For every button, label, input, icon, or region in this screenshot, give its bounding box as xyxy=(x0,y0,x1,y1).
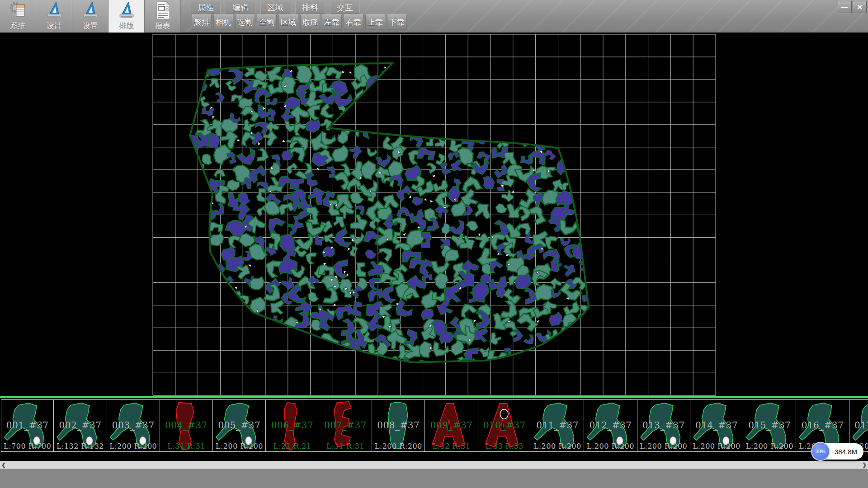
piece-count: L:200 R:200 xyxy=(690,442,743,450)
piece-cell-001_#37[interactable]: 001_#37L:700 R:700 xyxy=(1,399,54,452)
piece-count: L:200 R:200 xyxy=(372,442,425,450)
piece-cell-013_#37[interactable]: 013_#37L:200 R:200 xyxy=(637,399,690,452)
piece-label: 009_#37 xyxy=(425,420,477,431)
menu-tab-5[interactable]: 交互 xyxy=(330,1,360,14)
menu-tab-3[interactable]: 区域 xyxy=(260,1,290,14)
nav-button-2[interactable]: 设计 xyxy=(36,0,72,33)
memory-value: 384.8M xyxy=(835,448,857,455)
nesting-app-window: 系统设计设置排版报表 属性编辑区域排料交互 聚排相机选割全割区域瑕疵左靠右靠上靠… xyxy=(0,0,868,488)
piece-count: L:200 R:200 xyxy=(107,442,160,450)
piece-count: L:31 R:31 xyxy=(160,442,212,450)
memory-badge: 38% 384.8M xyxy=(814,443,863,460)
nav-label: 报表 xyxy=(155,21,170,31)
close-button[interactable]: ✕ xyxy=(853,1,867,13)
piece-label: 006_#37 xyxy=(266,420,318,431)
nav-label: 设计 xyxy=(47,21,62,31)
piece-label: 014_#37 xyxy=(690,420,743,431)
gear-table-icon xyxy=(8,0,28,20)
nav-button-5[interactable]: 报表 xyxy=(145,0,181,33)
piece-cell-002_#37[interactable]: 002_#37L:132 R:132 xyxy=(54,399,107,452)
nav-button-1[interactable]: 系统 xyxy=(0,0,36,33)
piece-cell-011_#37[interactable]: 011_#37L:200 R:200 xyxy=(531,399,584,452)
status-bar xyxy=(0,469,868,488)
piece-label: 007_#37 xyxy=(319,420,372,431)
tool-button-10[interactable]: 下靠 xyxy=(387,14,407,30)
window-controls: — ✕ xyxy=(838,1,867,13)
horizontal-scrollbar[interactable]: ❮ ❯ xyxy=(0,461,868,469)
piece-label: 013_#37 xyxy=(637,420,690,431)
report-icon xyxy=(153,0,173,20)
piece-label: 017_#37 xyxy=(849,420,868,431)
tool-button-6[interactable]: 瑕疵 xyxy=(300,14,320,30)
ruler-icon xyxy=(44,0,64,20)
piece-label: 010_#37 xyxy=(478,420,531,431)
piece-cell-007_#37[interactable]: 007_#37L:31 R:31 xyxy=(319,399,372,452)
nav-label: 排版 xyxy=(119,21,134,31)
piece-count: L:31 R:31 xyxy=(319,442,372,450)
piece-label: 004_#37 xyxy=(160,420,212,431)
tool-button-2[interactable]: 相机 xyxy=(213,14,233,30)
piece-cell-015_#37[interactable]: 015_#37L:200 R:200 xyxy=(743,399,796,452)
piece-label: 002_#37 xyxy=(54,420,106,431)
piece-count: L:200 R:200 xyxy=(531,442,584,450)
tool-button-7[interactable]: 左靠 xyxy=(322,14,342,30)
nav-label: 系统 xyxy=(10,21,26,31)
piece-count: L:200 R:200 xyxy=(637,442,690,450)
piece-cell-010_#37[interactable]: 010_#37L:33 R:33 xyxy=(478,399,531,452)
piece-cell-009_#37[interactable]: 009_#37L:32 R:31 xyxy=(425,399,478,452)
ruler-icon xyxy=(117,0,137,20)
piece-count: L:33 R:33 xyxy=(478,442,531,450)
piece-count: L:21 R:21 xyxy=(266,442,318,450)
tool-button-1[interactable]: 聚排 xyxy=(192,14,212,30)
tool-button-3[interactable]: 选割 xyxy=(235,14,255,30)
menu-tab-row: 属性编辑区域排料交互 xyxy=(191,1,360,14)
piece-label: 016_#37 xyxy=(796,420,849,431)
strip-divider-line xyxy=(0,396,868,398)
piece-label: 001_#37 xyxy=(1,420,53,431)
main-nav: 系统设计设置排版报表 xyxy=(0,0,181,33)
piece-count: L:132 R:132 xyxy=(54,442,106,450)
ruler-icon xyxy=(80,0,100,20)
nesting-canvas[interactable] xyxy=(0,33,868,396)
minimize-button[interactable]: — xyxy=(838,1,852,13)
scroll-right-icon[interactable]: ❯ xyxy=(861,461,868,469)
piece-cell-005_#37[interactable]: 005_#37L:200 R:200 xyxy=(213,399,266,452)
piece-count: L:200 R:200 xyxy=(743,442,796,450)
piece-label: 012_#37 xyxy=(584,420,637,431)
piece-label: 003_#37 xyxy=(107,420,160,431)
piece-cell-008_#37[interactable]: 008_#37L:200 R:200 xyxy=(372,399,425,452)
piece-label: 011_#37 xyxy=(531,420,584,431)
tool-button-4[interactable]: 全割 xyxy=(257,14,277,30)
nesting-canvas-svg[interactable] xyxy=(0,33,868,396)
piece-count: L:200 R:200 xyxy=(213,442,265,450)
tool-button-9[interactable]: 上靠 xyxy=(365,14,385,30)
menu-tab-2[interactable]: 编辑 xyxy=(226,1,255,14)
piece-label: 005_#37 xyxy=(213,420,265,431)
piece-count: L:700 R:700 xyxy=(1,442,53,450)
nav-label: 设置 xyxy=(83,21,98,31)
nav-button-3[interactable]: 设置 xyxy=(72,0,108,33)
piece-cell-003_#37[interactable]: 003_#37L:200 R:200 xyxy=(107,399,160,452)
piece-strip: 001_#37L:700 R:700002_#37L:132 R:132003_… xyxy=(1,399,868,453)
scroll-left-icon[interactable]: ❮ xyxy=(0,461,7,469)
menu-tab-4[interactable]: 排料 xyxy=(295,1,325,14)
piece-label: 008_#37 xyxy=(372,420,425,431)
progress-percent-badge: 38% xyxy=(811,442,830,461)
titlebar: 系统设计设置排版报表 属性编辑区域排料交互 聚排相机选割全割区域瑕疵左靠右靠上靠… xyxy=(0,0,868,33)
piece-label: 015_#37 xyxy=(743,420,796,431)
tool-button-8[interactable]: 右靠 xyxy=(344,14,363,30)
piece-cell-012_#37[interactable]: 012_#37L:200 R:200 xyxy=(584,399,637,452)
nav-button-4[interactable]: 排版 xyxy=(108,0,145,33)
piece-cell-006_#37[interactable]: 006_#37L:21 R:21 xyxy=(266,399,319,452)
piece-cell-004_#37[interactable]: 004_#37L:31 R:31 xyxy=(160,399,213,452)
piece-count: L:200 R:200 xyxy=(584,442,637,450)
piece-count: L:32 R:31 xyxy=(425,442,477,450)
menu-tab-1[interactable]: 属性 xyxy=(191,1,221,14)
piece-cell-014_#37[interactable]: 014_#37L:200 R:200 xyxy=(690,399,743,452)
tool-button-5[interactable]: 区域 xyxy=(278,14,298,30)
toolbar-row: 聚排相机选割全割区域瑕疵左靠右靠上靠下靠 xyxy=(192,14,407,30)
